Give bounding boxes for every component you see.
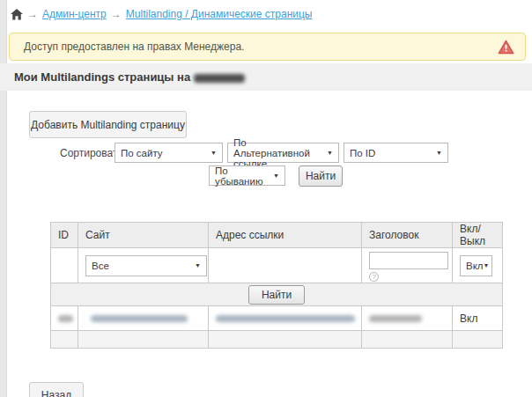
back-button[interactable]: Назад xyxy=(29,382,84,397)
header-state: Вкл/Выкл xyxy=(453,223,503,248)
sort-direction-select[interactable]: По убыванию ▼ xyxy=(209,165,285,186)
sort-find-button[interactable]: Найти xyxy=(299,165,343,187)
help-question-icon[interactable]: ? xyxy=(369,272,379,282)
access-notice: Доступ предоставлен на правах Менеджера. xyxy=(9,33,526,61)
cell-id xyxy=(51,306,78,331)
empty-cell xyxy=(51,331,78,349)
table-filter-row: Все ▼ ? Вкл ▼ xyxy=(51,248,503,283)
add-multilanding-button[interactable]: Добавить Multilanding страницу xyxy=(29,111,187,138)
page-title-text: Мои Multilandings страницы на xyxy=(14,70,190,84)
chevron-down-icon: ▼ xyxy=(431,150,442,156)
state-value: Вкл xyxy=(460,312,477,325)
breadcrumb-separator: → xyxy=(27,8,38,20)
title-filter-input[interactable] xyxy=(369,252,448,269)
redacted-domain xyxy=(194,74,245,83)
sort-by-alt-link-value: По Альтернативной ссылке xyxy=(233,137,321,169)
empty-cell xyxy=(209,331,362,349)
header-url: Адрес ссылки xyxy=(209,223,362,248)
filter-state-cell: Вкл ▼ xyxy=(453,248,503,283)
sort-by-id-select[interactable]: По ID ▼ xyxy=(344,143,448,163)
table-empty-row xyxy=(51,331,503,349)
page-title-band: Мои Multilandings страницы на xyxy=(0,63,532,91)
chevron-down-icon: ▼ xyxy=(268,173,279,179)
table-row[interactable]: Вкл xyxy=(51,306,503,331)
sort-by-id-value: По ID xyxy=(350,148,375,158)
sort-by-site-value: По сайту xyxy=(121,148,163,158)
header-site: Сайт xyxy=(78,223,209,248)
filter-id-cell xyxy=(51,248,78,283)
sort-direction-value: По убыванию xyxy=(215,165,268,187)
breadcrumb: → Админ-центр → Multilanding / Динамичес… xyxy=(11,8,312,20)
breadcrumb-link-admin-center[interactable]: Админ-центр xyxy=(42,8,107,20)
cell-url xyxy=(209,306,362,331)
multilanding-table: ID Сайт Адрес ссылки Заголовок Вкл/Выкл … xyxy=(50,222,503,349)
cell-state: Вкл xyxy=(453,306,503,331)
cell-title xyxy=(362,306,453,331)
table-header-row: ID Сайт Адрес ссылки Заголовок Вкл/Выкл xyxy=(51,223,503,248)
header-title: Заголовок xyxy=(362,223,453,248)
empty-cell xyxy=(362,331,453,349)
page-title: Мои Multilandings страницы на xyxy=(14,70,245,84)
admin-page: → Админ-центр → Multilanding / Динамичес… xyxy=(0,0,532,397)
empty-cell xyxy=(453,331,503,349)
table-find-button[interactable]: Найти xyxy=(248,285,305,305)
cell-site xyxy=(78,306,209,331)
site-filter-value: Все xyxy=(92,261,109,271)
chevron-down-icon: ▼ xyxy=(195,262,201,268)
filter-site-cell: Все ▼ xyxy=(78,248,209,283)
warning-triangle-icon xyxy=(498,40,514,55)
chevron-down-icon: ▼ xyxy=(205,150,217,156)
notice-text: Доступ предоставлен на правах Менеджера. xyxy=(24,40,498,53)
breadcrumb-link-multilanding[interactable]: Multilanding / Динамические страницы xyxy=(126,8,313,20)
table-find-row: Найти xyxy=(51,283,503,306)
chevron-down-icon: ▼ xyxy=(484,262,490,268)
chevron-down-icon: ▼ xyxy=(321,150,333,156)
state-filter-select[interactable]: Вкл ▼ xyxy=(460,255,492,276)
breadcrumb-separator: → xyxy=(111,8,122,20)
sort-by-alt-link-select[interactable]: По Альтернативной ссылке ▼ xyxy=(227,143,339,163)
site-filter-select[interactable]: Все ▼ xyxy=(85,255,207,276)
filter-title-cell: ? xyxy=(362,248,453,283)
sort-by-site-select[interactable]: По сайту ▼ xyxy=(115,143,223,163)
empty-cell xyxy=(78,331,209,349)
left-edge-strip xyxy=(0,0,7,397)
header-id: ID xyxy=(51,223,78,248)
filter-url-cell xyxy=(209,248,362,283)
home-icon[interactable] xyxy=(11,9,23,20)
state-filter-value: Вкл xyxy=(466,261,484,271)
find-cell: Найти xyxy=(51,283,503,306)
